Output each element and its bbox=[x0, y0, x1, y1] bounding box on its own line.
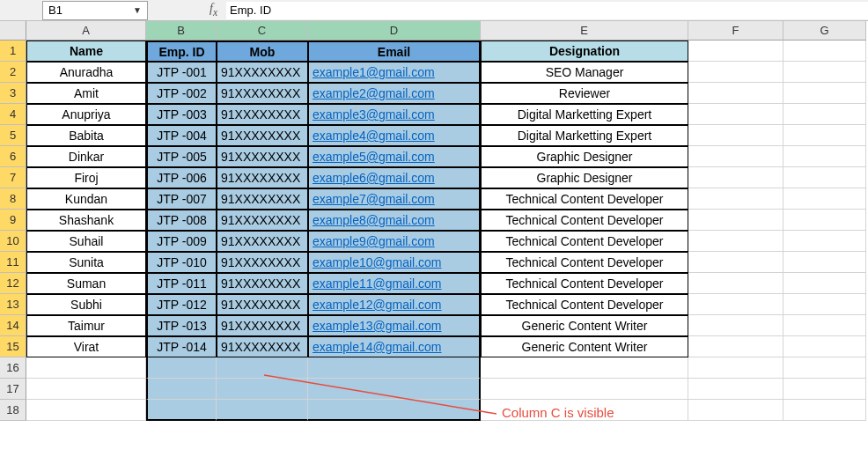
cell-A8[interactable]: Kundan bbox=[26, 188, 146, 210]
cell-G3[interactable] bbox=[783, 83, 866, 104]
cell-D2[interactable]: example1@gmail.com bbox=[308, 62, 481, 83]
email-link[interactable]: example14@gmail.com bbox=[313, 340, 442, 354]
cell-E15[interactable]: Generic Content Writer bbox=[481, 336, 688, 357]
cell-F15[interactable] bbox=[688, 336, 783, 357]
cell-G6[interactable] bbox=[783, 146, 866, 167]
cell-A15[interactable]: Virat bbox=[26, 336, 146, 357]
cell-G15[interactable] bbox=[783, 336, 866, 357]
cell-E12[interactable]: Technical Content Developer bbox=[481, 273, 688, 294]
cell-B17[interactable] bbox=[146, 379, 217, 400]
cell-C6[interactable]: 91XXXXXXXX bbox=[217, 146, 308, 167]
cell-F11[interactable] bbox=[688, 252, 783, 273]
cell-E13[interactable]: Technical Content Developer bbox=[481, 294, 688, 315]
cell-E1[interactable]: Designation bbox=[481, 41, 688, 62]
row-header-2[interactable]: 2 bbox=[0, 62, 26, 83]
email-link[interactable]: example5@gmail.com bbox=[313, 150, 435, 164]
email-link[interactable]: example4@gmail.com bbox=[313, 129, 435, 143]
cell-E11[interactable]: Technical Content Developer bbox=[481, 252, 688, 273]
cell-A7[interactable]: Firoj bbox=[26, 167, 146, 188]
cell-D6[interactable]: example5@gmail.com bbox=[308, 146, 481, 167]
cell-F13[interactable] bbox=[688, 294, 783, 315]
column-header-C[interactable]: C bbox=[217, 21, 308, 41]
row-header-10[interactable]: 10 bbox=[0, 231, 26, 252]
cell-C10[interactable]: 91XXXXXXXX bbox=[217, 231, 308, 252]
email-link[interactable]: example13@gmail.com bbox=[313, 319, 442, 333]
cell-E9[interactable]: Technical Content Developer bbox=[481, 210, 688, 231]
cell-G5[interactable] bbox=[783, 125, 866, 146]
cell-B5[interactable]: JTP -004 bbox=[146, 125, 217, 146]
cell-B6[interactable]: JTP -005 bbox=[146, 146, 217, 167]
row-header-15[interactable]: 15 bbox=[0, 336, 26, 357]
cell-A3[interactable]: Amit bbox=[26, 83, 146, 104]
cell-D5[interactable]: example4@gmail.com bbox=[308, 125, 481, 146]
cell-E2[interactable]: SEO Manager bbox=[481, 62, 688, 83]
cell-G1[interactable] bbox=[783, 41, 866, 62]
email-link[interactable]: example11@gmail.com bbox=[313, 276, 442, 291]
cell-A5[interactable]: Babita bbox=[26, 125, 146, 146]
column-header-D[interactable]: D bbox=[308, 21, 481, 41]
cell-G14[interactable] bbox=[783, 315, 866, 336]
cell-A9[interactable]: Shashank bbox=[26, 210, 146, 231]
email-link[interactable]: example2@gmail.com bbox=[313, 86, 435, 100]
cell-G16[interactable] bbox=[783, 357, 866, 379]
column-header-E[interactable]: E bbox=[481, 21, 688, 41]
cell-B13[interactable]: JTP -012 bbox=[146, 294, 217, 315]
cell-C5[interactable]: 91XXXXXXXX bbox=[217, 125, 308, 146]
cell-C15[interactable]: 91XXXXXXXX bbox=[217, 336, 308, 357]
cell-A4[interactable]: Anupriya bbox=[26, 104, 146, 125]
cell-G9[interactable] bbox=[783, 210, 866, 231]
row-header-8[interactable]: 8 bbox=[0, 188, 26, 210]
cell-C11[interactable]: 91XXXXXXXX bbox=[217, 252, 308, 273]
cell-A2[interactable]: Anuradha bbox=[26, 62, 146, 83]
email-link[interactable]: example7@gmail.com bbox=[313, 192, 435, 206]
cell-G12[interactable] bbox=[783, 273, 866, 294]
cell-F16[interactable] bbox=[688, 357, 783, 379]
cell-D10[interactable]: example9@gmail.com bbox=[308, 231, 481, 252]
cell-G7[interactable] bbox=[783, 167, 866, 188]
cell-G4[interactable] bbox=[783, 104, 866, 125]
cell-A13[interactable]: Subhi bbox=[26, 294, 146, 315]
cell-B2[interactable]: JTP -001 bbox=[146, 62, 217, 83]
formula-input[interactable] bbox=[226, 2, 868, 19]
chevron-down-icon[interactable]: ▼ bbox=[133, 5, 142, 15]
cell-E17[interactable] bbox=[481, 379, 688, 400]
cell-D16[interactable] bbox=[308, 357, 481, 379]
row-header-1[interactable]: 1 bbox=[0, 41, 26, 62]
email-link[interactable]: example3@gmail.com bbox=[313, 107, 435, 122]
cell-F12[interactable] bbox=[688, 273, 783, 294]
cell-D18[interactable] bbox=[308, 400, 481, 421]
cell-C4[interactable]: 91XXXXXXXX bbox=[217, 104, 308, 125]
cell-B14[interactable]: JTP -013 bbox=[146, 315, 217, 336]
row-header-7[interactable]: 7 bbox=[0, 167, 26, 188]
cell-B11[interactable]: JTP -010 bbox=[146, 252, 217, 273]
cell-C9[interactable]: 91XXXXXXXX bbox=[217, 210, 308, 231]
cell-C2[interactable]: 91XXXXXXXX bbox=[217, 62, 308, 83]
cell-F14[interactable] bbox=[688, 315, 783, 336]
cell-D14[interactable]: example13@gmail.com bbox=[308, 315, 481, 336]
cell-C17[interactable] bbox=[217, 379, 308, 400]
cell-E6[interactable]: Graphic Designer bbox=[481, 146, 688, 167]
cell-A6[interactable]: Dinkar bbox=[26, 146, 146, 167]
cell-F7[interactable] bbox=[688, 167, 783, 188]
cell-B16[interactable] bbox=[146, 357, 217, 379]
cell-A12[interactable]: Suman bbox=[26, 273, 146, 294]
cell-D4[interactable]: example3@gmail.com bbox=[308, 104, 481, 125]
cell-D11[interactable]: example10@gmail.com bbox=[308, 252, 481, 273]
cell-B18[interactable] bbox=[146, 400, 217, 421]
cell-F9[interactable] bbox=[688, 210, 783, 231]
cell-D15[interactable]: example14@gmail.com bbox=[308, 336, 481, 357]
cell-C18[interactable] bbox=[217, 400, 308, 421]
cell-G18[interactable] bbox=[783, 400, 866, 421]
cell-F1[interactable] bbox=[688, 41, 783, 62]
cell-C14[interactable]: 91XXXXXXXX bbox=[217, 315, 308, 336]
cell-C12[interactable]: 91XXXXXXXX bbox=[217, 273, 308, 294]
cell-E7[interactable]: Graphic Designer bbox=[481, 167, 688, 188]
cell-E8[interactable]: Technical Content Developer bbox=[481, 188, 688, 210]
cell-D13[interactable]: example12@gmail.com bbox=[308, 294, 481, 315]
row-header-13[interactable]: 13 bbox=[0, 294, 26, 315]
email-link[interactable]: example10@gmail.com bbox=[313, 255, 442, 269]
cell-F10[interactable] bbox=[688, 231, 783, 252]
cell-D1[interactable]: Email bbox=[308, 41, 481, 62]
email-link[interactable]: example8@gmail.com bbox=[313, 213, 435, 227]
cell-E14[interactable]: Generic Content Writer bbox=[481, 315, 688, 336]
